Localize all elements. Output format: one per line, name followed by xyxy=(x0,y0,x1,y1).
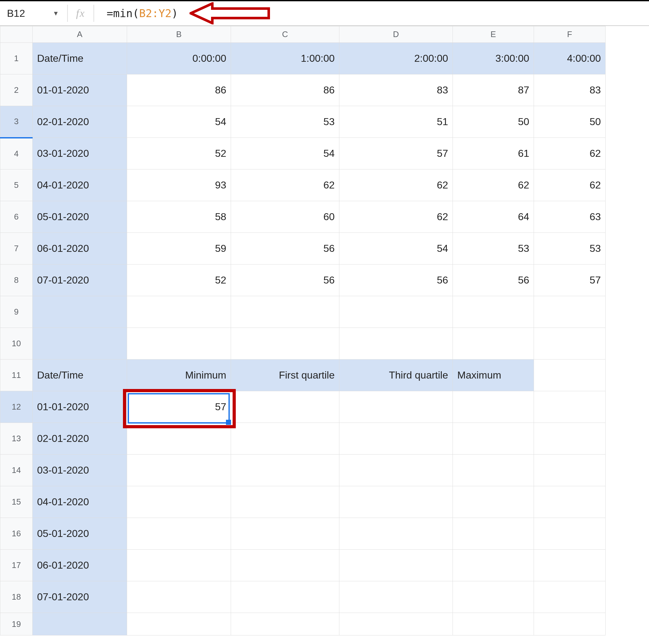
cell-D8[interactable]: 56 xyxy=(339,265,453,296)
cell-B14[interactable] xyxy=(127,455,231,486)
cell-D4[interactable]: 57 xyxy=(339,138,453,170)
cell-B12[interactable]: 57 xyxy=(127,391,231,423)
row-header-19[interactable]: 19 xyxy=(0,613,33,636)
row-header-16[interactable]: 16 xyxy=(0,518,33,550)
cell-E17[interactable] xyxy=(453,550,534,581)
cell-D11[interactable]: Third quartile xyxy=(339,360,453,391)
cell-E8[interactable]: 56 xyxy=(453,265,534,296)
cell-F12[interactable] xyxy=(534,391,606,423)
cell-C3[interactable]: 53 xyxy=(231,106,339,138)
chevron-down-icon[interactable]: ▼ xyxy=(53,10,59,17)
select-all-corner[interactable] xyxy=(0,26,33,43)
cell-D10[interactable] xyxy=(339,328,453,360)
cell-A13[interactable]: 02-01-2020 xyxy=(33,423,127,455)
cell-F14[interactable] xyxy=(534,455,606,486)
cell-F1[interactable]: 4:00:00 xyxy=(534,43,606,75)
cell-D1[interactable]: 2:00:00 xyxy=(339,43,453,75)
cell-D9[interactable] xyxy=(339,296,453,328)
cell-C2[interactable]: 86 xyxy=(231,75,339,106)
row-header-13[interactable]: 13 xyxy=(0,423,33,455)
cell-E19[interactable] xyxy=(453,613,534,636)
cell-F19[interactable] xyxy=(534,613,606,636)
col-header-E[interactable]: E xyxy=(453,26,534,43)
cell-B9[interactable] xyxy=(127,296,231,328)
cell-A8[interactable]: 07-01-2020 xyxy=(33,265,127,296)
cell-F18[interactable] xyxy=(534,581,606,613)
cell-B17[interactable] xyxy=(127,550,231,581)
row-header-3[interactable]: 3 xyxy=(0,106,33,138)
cell-E7[interactable]: 53 xyxy=(453,233,534,265)
cell-F4[interactable]: 62 xyxy=(534,138,606,170)
cell-F2[interactable]: 83 xyxy=(534,75,606,106)
cell-A3[interactable]: 02-01-2020 xyxy=(33,106,127,138)
cell-D15[interactable] xyxy=(339,486,453,518)
formula-input[interactable]: =min(B2:Y2) xyxy=(98,7,178,19)
cell-A19[interactable] xyxy=(33,613,127,636)
cell-B15[interactable] xyxy=(127,486,231,518)
cell-A7[interactable]: 06-01-2020 xyxy=(33,233,127,265)
cell-F16[interactable] xyxy=(534,518,606,550)
col-header-D[interactable]: D xyxy=(339,26,453,43)
cell-F13[interactable] xyxy=(534,423,606,455)
row-header-4[interactable]: 4 xyxy=(0,138,33,170)
cell-D14[interactable] xyxy=(339,455,453,486)
col-header-F[interactable]: F xyxy=(534,26,606,43)
cell-E10[interactable] xyxy=(453,328,534,360)
cell-A4[interactable]: 03-01-2020 xyxy=(33,138,127,170)
row-header-11[interactable]: 11 xyxy=(0,360,33,391)
cell-F11[interactable] xyxy=(534,360,606,391)
cell-B19[interactable] xyxy=(127,613,231,636)
cell-A11[interactable]: Date/Time xyxy=(33,360,127,391)
cell-B6[interactable]: 58 xyxy=(127,201,231,233)
row-header-6[interactable]: 6 xyxy=(0,201,33,233)
cell-B4[interactable]: 52 xyxy=(127,138,231,170)
cell-B10[interactable] xyxy=(127,328,231,360)
cell-B7[interactable]: 59 xyxy=(127,233,231,265)
row-header-14[interactable]: 14 xyxy=(0,455,33,486)
cell-E18[interactable] xyxy=(453,581,534,613)
cell-C14[interactable] xyxy=(231,455,339,486)
cell-D16[interactable] xyxy=(339,518,453,550)
col-header-A[interactable]: A xyxy=(33,26,127,43)
cell-D6[interactable]: 62 xyxy=(339,201,453,233)
row-header-2[interactable]: 2 xyxy=(0,75,33,106)
cell-C4[interactable]: 54 xyxy=(231,138,339,170)
cell-B16[interactable] xyxy=(127,518,231,550)
cell-F3[interactable]: 50 xyxy=(534,106,606,138)
cell-D17[interactable] xyxy=(339,550,453,581)
spreadsheet-grid[interactable]: A B C D E F 1 Date/Time 0:00:00 1:00:00 … xyxy=(0,26,649,636)
col-header-B[interactable]: B xyxy=(127,26,231,43)
cell-D19[interactable] xyxy=(339,613,453,636)
row-header-10[interactable]: 10 xyxy=(0,328,33,360)
cell-E16[interactable] xyxy=(453,518,534,550)
cell-E1[interactable]: 3:00:00 xyxy=(453,43,534,75)
cell-C10[interactable] xyxy=(231,328,339,360)
row-header-5[interactable]: 5 xyxy=(0,170,33,201)
cell-A12[interactable]: 01-01-2020 xyxy=(33,391,127,423)
cell-A5[interactable]: 04-01-2020 xyxy=(33,170,127,201)
cell-E6[interactable]: 64 xyxy=(453,201,534,233)
cell-E14[interactable] xyxy=(453,455,534,486)
row-header-12[interactable]: 12 xyxy=(0,391,33,423)
cell-F15[interactable] xyxy=(534,486,606,518)
cell-A18[interactable]: 07-01-2020 xyxy=(33,581,127,613)
cell-A16[interactable]: 05-01-2020 xyxy=(33,518,127,550)
cell-D2[interactable]: 83 xyxy=(339,75,453,106)
cell-C15[interactable] xyxy=(231,486,339,518)
cell-A9[interactable] xyxy=(33,296,127,328)
cell-F5[interactable]: 62 xyxy=(534,170,606,201)
cell-C13[interactable] xyxy=(231,423,339,455)
cell-E13[interactable] xyxy=(453,423,534,455)
cell-C17[interactable] xyxy=(231,550,339,581)
cell-D5[interactable]: 62 xyxy=(339,170,453,201)
cell-D13[interactable] xyxy=(339,423,453,455)
cell-C9[interactable] xyxy=(231,296,339,328)
cell-A14[interactable]: 03-01-2020 xyxy=(33,455,127,486)
cell-F9[interactable] xyxy=(534,296,606,328)
row-header-18[interactable]: 18 xyxy=(0,581,33,613)
cell-A15[interactable]: 04-01-2020 xyxy=(33,486,127,518)
cell-D18[interactable] xyxy=(339,581,453,613)
cell-F8[interactable]: 57 xyxy=(534,265,606,296)
cell-C11[interactable]: First quartile xyxy=(231,360,339,391)
cell-C8[interactable]: 56 xyxy=(231,265,339,296)
